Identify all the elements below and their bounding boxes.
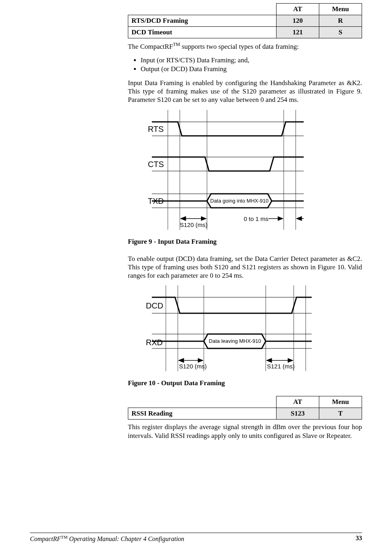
page-footer: CompactRFTM Operating Manual: Chapter 4 …: [30, 533, 362, 543]
figure-10-caption: Figure 10 - Output Data Framing: [128, 379, 362, 387]
row-at: S123: [277, 408, 319, 420]
param-table-rssi: AT Menu RSSI Reading S123 T: [128, 396, 362, 420]
th-menu: Menu: [319, 4, 362, 15]
mid-para: To enable output (DCD) data framing, set…: [128, 255, 362, 280]
intro-bullets: Input (or RTS/CTS) Data Framing; and, Ou…: [128, 56, 362, 73]
row-label: DCD Timeout: [128, 27, 277, 38]
figure-9: RTS CTS TXD Data going into MHX-910: [128, 110, 362, 234]
signal-label-rxd: RXD: [146, 338, 163, 347]
data-label: Data leaving MHX-910: [209, 338, 261, 344]
row-menu: S: [319, 27, 362, 38]
signal-label-dcd: DCD: [146, 301, 163, 310]
row-at: 121: [277, 27, 319, 38]
list-item: Input (or RTS/CTS) Data Framing; and,: [141, 56, 362, 64]
signal-label-rts: RTS: [148, 125, 164, 133]
page-number: 33: [356, 535, 362, 543]
s121-label: S121 (ms): [267, 363, 294, 370]
th-at: AT: [277, 4, 319, 15]
list-item: Output (or DCD) Data Framing: [141, 65, 362, 73]
rssi-para: This register displays the average signa…: [128, 423, 362, 440]
signal-label-cts: CTS: [148, 160, 164, 169]
intro-para-2: Input Data Framing is enabled by configu…: [128, 79, 362, 104]
figure-10: DCD RXD Data leaving MHX-910 S120 (ms) S…: [128, 285, 362, 375]
row-label: RTS/DCD Framing: [128, 15, 277, 27]
t01-label: 0 to 1 ms: [244, 215, 269, 222]
s120-label: S120 (ms): [179, 363, 207, 370]
row-menu: T: [319, 408, 362, 420]
s120-label: S120 (ms): [180, 221, 207, 228]
row-menu: R: [319, 15, 362, 27]
row-at: 120: [277, 15, 319, 27]
data-label: Data going into MHX-910: [210, 198, 269, 204]
row-label: RSSI Reading: [128, 408, 277, 420]
intro-para-1: The CompactRFTM supports two special typ…: [128, 42, 362, 51]
th-menu: Menu: [319, 396, 362, 408]
th-at: AT: [277, 396, 319, 408]
param-table-framing: AT Menu RTS/DCD Framing 120 R DCD Timeou…: [128, 3, 362, 38]
figure-9-caption: Figure 9 - Input Data Framing: [128, 238, 362, 246]
